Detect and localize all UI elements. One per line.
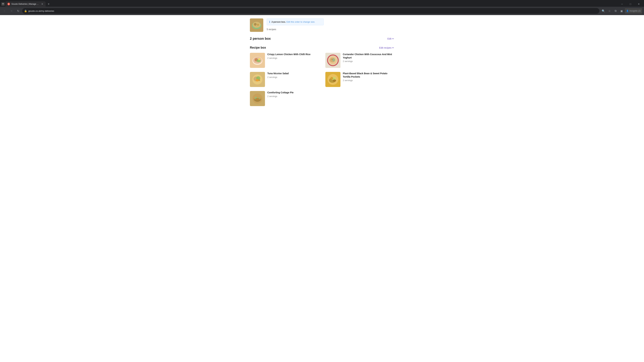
edit-recipes-label: Edit recipes — [379, 46, 392, 49]
edit-box-icon: ✏ — [392, 37, 394, 40]
recipe-box-title: Recipe box — [250, 46, 266, 49]
svg-point-18 — [332, 59, 333, 60]
tab-gousto[interactable]: G Gousto Deliveries | Manage Al... ✕ — [5, 1, 46, 7]
browser-chrome: G Gousto Deliveries | Manage Al... ✕ + ─… — [0, 0, 644, 15]
recipe-servings-plant-based: 2 servings — [343, 79, 394, 82]
recipe-grid: Crispy Lemon Chicken With Chilli Rice 2 … — [250, 53, 394, 106]
info-banner: ℹ 2-person box. Edit this order to chang… — [267, 18, 324, 25]
window-controls: ─ □ ✕ — [618, 2, 643, 6]
svg-point-40 — [255, 98, 260, 101]
recipe-image-cottage-pie — [250, 91, 265, 106]
recipe-name-coriander: Coriander Chicken With Couscous And Mint… — [343, 53, 394, 59]
tab-title: Gousto Deliveries | Manage Al... — [12, 3, 40, 5]
recipe-item-crispy-lemon[interactable]: Crispy Lemon Chicken With Chilli Rice 2 … — [250, 53, 319, 68]
hero-image — [250, 18, 263, 32]
box-section-header: 2 person box Edit ✏ — [250, 37, 394, 40]
sidebar-button[interactable]: ▣ — [619, 8, 624, 13]
recipe-servings-cottage-pie: 2 servings — [267, 95, 319, 97]
search-button[interactable]: 🔍 — [601, 8, 606, 13]
edit-box-link[interactable]: Edit ✏ — [388, 37, 394, 40]
extensions-button[interactable]: ⧉ — [613, 8, 618, 13]
lock-icon: 🔒 — [24, 9, 27, 12]
recipe-name-tuna: Tuna Nicoise Salad — [267, 72, 319, 75]
incognito-icon: 👤 — [626, 10, 629, 12]
maximize-button[interactable]: □ — [626, 2, 634, 6]
tab-close-button[interactable]: ✕ — [41, 3, 44, 5]
info-text: 2-person box. Edit this order to change … — [272, 21, 315, 23]
svg-point-32 — [333, 79, 336, 82]
recipe-name-crispy-lemon: Crispy Lemon Chicken With Chilli Rice — [267, 53, 319, 56]
recipe-info-crispy-lemon: Crispy Lemon Chicken With Chilli Rice 2 … — [267, 53, 319, 59]
address-text: gousto.co.uk/my-deliveries — [28, 10, 598, 12]
new-tab-button[interactable]: + — [46, 2, 51, 6]
svg-point-3 — [254, 23, 256, 26]
recipe-image-crispy-lemon — [250, 53, 265, 68]
tab-group-indicator[interactable] — [1, 2, 5, 6]
recipe-name-plant-based: Plant-Based Black Bean & Sweet Potato To… — [343, 72, 394, 78]
address-bar[interactable]: 🔒 gousto.co.uk/my-deliveries — [22, 8, 600, 14]
profile-badge[interactable]: 👤 Incognito (2) — [625, 8, 642, 13]
recipe-servings-tuna: 2 servings — [267, 76, 319, 78]
recipe-box-header: Recipe box Edit recipes ✏ — [250, 46, 394, 49]
svg-point-25 — [258, 79, 260, 81]
back-button[interactable]: ← — [2, 8, 8, 13]
svg-point-17 — [332, 58, 335, 61]
edit-recipes-link[interactable]: Edit recipes ✏ — [379, 46, 394, 49]
recipe-item-tuna[interactable]: Tuna Nicoise Salad 2 servings — [250, 72, 319, 87]
recipe-info-plant-based: Plant-Based Black Bean & Sweet Potato To… — [343, 72, 394, 82]
info-text-bold: 2-person box. — [272, 21, 286, 23]
nav-actions: 🔍 ☆ ⧉ ▣ 👤 Incognito (2) — [601, 8, 642, 13]
nav-bar: ← → ↻ 🔒 gousto.co.uk/my-deliveries 🔍 ☆ ⧉… — [0, 7, 644, 15]
minimize-button[interactable]: ─ — [618, 2, 626, 6]
info-icon: ℹ — [269, 20, 270, 23]
info-text-link[interactable]: Edit this order to change size. — [286, 21, 315, 23]
reload-button[interactable]: ↻ — [16, 8, 21, 13]
forward-button[interactable]: → — [9, 8, 14, 13]
recipe-item-cottage-pie[interactable]: Comforting Cottage Pie 2 servings — [250, 91, 319, 106]
recipe-info-cottage-pie: Comforting Cottage Pie 2 servings — [267, 91, 319, 97]
recipe-info-tuna: Tuna Nicoise Salad 2 servings — [267, 72, 319, 78]
recipe-item-plant-based[interactable]: Plant-Based Black Bean & Sweet Potato To… — [325, 72, 394, 87]
bookmark-button[interactable]: ☆ — [607, 8, 612, 13]
recipe-name-cottage-pie: Comforting Cottage Pie — [267, 91, 319, 94]
recipe-info-coriander: Coriander Chicken With Couscous And Mint… — [343, 53, 394, 62]
box-section-title: 2 person box — [250, 37, 271, 40]
main-container: ℹ 2-person box. Edit this order to chang… — [246, 18, 398, 106]
recipe-servings-coriander: 2 servings — [343, 60, 394, 62]
recipe-box-section: Recipe box Edit recipes ✏ — [250, 46, 394, 106]
edit-box-label: Edit — [388, 37, 392, 40]
page: ℹ 2-person box. Edit this order to chang… — [0, 15, 644, 149]
recipe-image-plant-based — [325, 72, 340, 87]
tab-favicon: G — [8, 3, 10, 5]
svg-point-31 — [330, 77, 333, 80]
svg-point-2 — [252, 22, 260, 28]
svg-point-4 — [257, 24, 259, 26]
edit-recipes-icon: ✏ — [392, 46, 394, 49]
recipe-image-tuna — [250, 72, 265, 87]
close-button[interactable]: ✕ — [635, 2, 643, 6]
recipe-servings-crispy-lemon: 2 servings — [267, 57, 319, 59]
recipe-image-coriander — [325, 53, 340, 68]
recipes-count: 5 recipes — [267, 28, 324, 31]
tab-bar: G Gousto Deliveries | Manage Al... ✕ + ─… — [0, 0, 644, 7]
recipe-item-coriander[interactable]: Coriander Chicken With Couscous And Mint… — [325, 53, 394, 68]
svg-point-11 — [258, 58, 260, 60]
profile-label: Incognito (2) — [630, 10, 641, 12]
